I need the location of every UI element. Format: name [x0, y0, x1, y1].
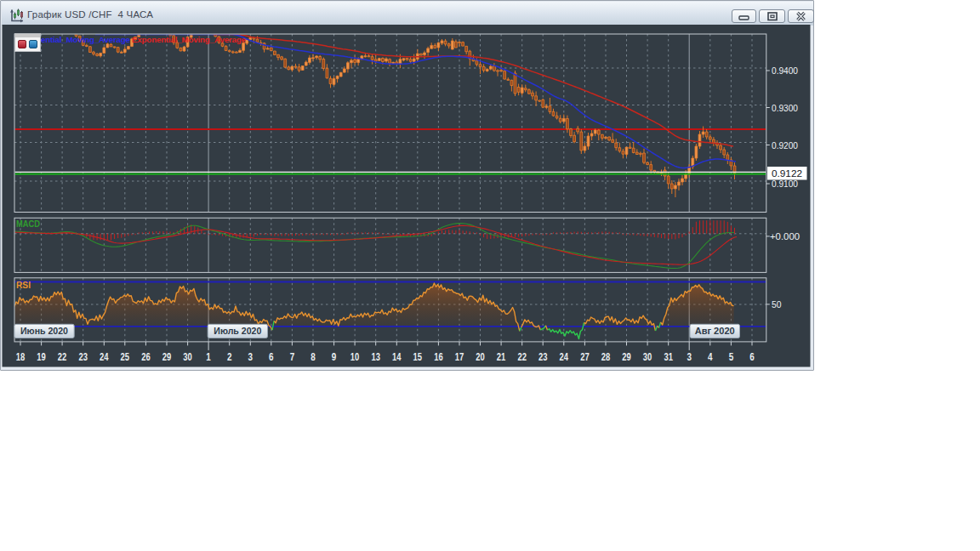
svg-text:6: 6	[269, 351, 274, 363]
svg-text:13: 13	[371, 351, 380, 363]
svg-text:0.9100: 0.9100	[772, 179, 798, 189]
svg-text:+0.000: +0.000	[770, 231, 800, 241]
svg-text:0.9400: 0.9400	[772, 65, 798, 76]
svg-text:17: 17	[455, 351, 464, 363]
svg-text:2: 2	[227, 351, 232, 363]
svg-text:26: 26	[141, 351, 151, 363]
svg-text:30: 30	[643, 351, 652, 363]
svg-text:5: 5	[729, 351, 734, 363]
svg-text:RSI: RSI	[16, 280, 31, 290]
svg-text:16: 16	[434, 351, 443, 363]
svg-text:23: 23	[78, 351, 88, 363]
svg-text:3: 3	[687, 351, 692, 363]
svg-text:29: 29	[622, 351, 631, 363]
svg-text:Exponential_Moving_Average: Exponential_Moving_Average	[132, 35, 247, 44]
svg-text:Июль 2020: Июль 2020	[214, 326, 261, 336]
svg-text:Авг 2020: Авг 2020	[695, 326, 735, 336]
svg-text:50: 50	[772, 299, 782, 310]
svg-text:10: 10	[350, 351, 360, 363]
svg-text:6: 6	[749, 351, 755, 363]
svg-text:30: 30	[183, 351, 192, 363]
svg-text:22: 22	[58, 351, 67, 363]
svg-text:21: 21	[497, 351, 506, 363]
svg-text:Июнь 2020: Июнь 2020	[20, 326, 68, 336]
svg-text:7: 7	[290, 351, 295, 363]
svg-text:9: 9	[332, 351, 337, 363]
svg-text:27: 27	[580, 351, 590, 363]
svg-text:24: 24	[100, 351, 109, 363]
svg-text:20: 20	[476, 351, 485, 363]
svg-text:15: 15	[413, 351, 423, 363]
svg-text:0.9300: 0.9300	[772, 103, 798, 113]
svg-text:31: 31	[664, 351, 673, 363]
svg-text:24: 24	[560, 351, 569, 363]
svg-text:18: 18	[16, 351, 26, 363]
svg-text:1: 1	[206, 351, 211, 363]
svg-text:23: 23	[538, 351, 548, 363]
svg-text:ential_Moving_Average: ential_Moving_Average	[41, 35, 131, 44]
svg-text:29: 29	[162, 351, 172, 363]
svg-text:19: 19	[37, 351, 46, 363]
svg-text:28: 28	[601, 351, 611, 363]
svg-text:8: 8	[311, 351, 316, 363]
svg-text:0.9200: 0.9200	[772, 140, 798, 151]
svg-text:25: 25	[121, 351, 130, 363]
svg-text:4: 4	[708, 351, 713, 363]
svg-text:14: 14	[392, 351, 402, 363]
svg-text:0.9122: 0.9122	[772, 168, 802, 179]
svg-text:22: 22	[517, 351, 527, 363]
svg-text:3: 3	[248, 351, 254, 363]
svg-text:MACD: MACD	[16, 219, 40, 229]
